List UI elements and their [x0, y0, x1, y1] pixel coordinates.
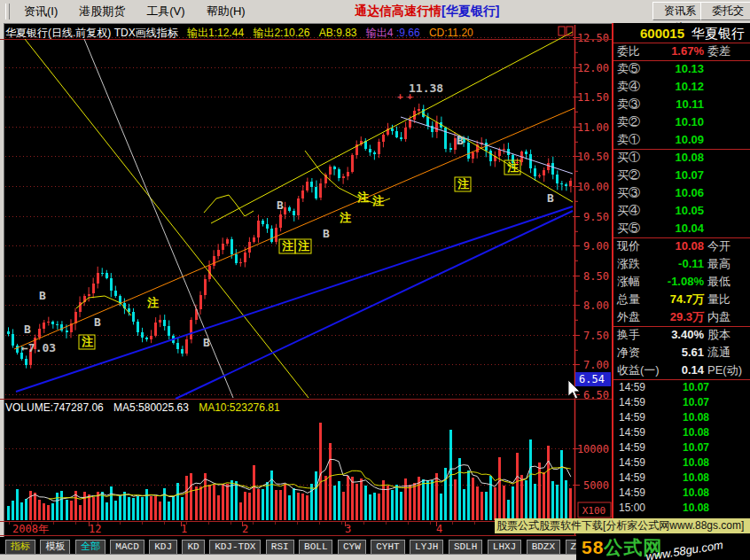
ask-row-3[interactable]: 卖③10.11 [613, 96, 750, 113]
svg-text:+: + [407, 90, 413, 102]
stat-row-nav: 净资5.61流通 [613, 344, 750, 362]
svg-text:9.50: 9.50 [583, 211, 609, 223]
stat-row-turnover: 换手3.40%股本 [613, 326, 750, 344]
bid-row-5[interactable]: 买⑤10.04 [613, 220, 750, 237]
svg-text:3: 3 [345, 523, 351, 535]
ask3-price: 10.11 [640, 96, 704, 113]
svg-text:B: B [203, 336, 210, 349]
stat-row-change: 涨跌-0.11最高 [613, 255, 750, 273]
instrument-label: 华夏银行(日线.前复权) TDX画线指标 [5, 27, 178, 39]
ask3-label: 卖③ [617, 96, 640, 113]
58gu-watermark: 58公式网 www.58gu.com [576, 533, 750, 560]
ask2-price: 10.10 [640, 113, 704, 131]
svg-text:7.50: 7.50 [583, 330, 609, 342]
bid1-label: 买① [617, 149, 640, 167]
tab-rsi[interactable]: RSI [266, 540, 294, 554]
weibi-label: 委比 [617, 43, 640, 60]
bid1-price: 10.08 [640, 149, 704, 167]
tab-template[interactable]: 模板 [40, 540, 70, 554]
ask-row-1[interactable]: 卖①10.09 [613, 131, 750, 149]
stat-row-change-pct: 涨幅-1.08%最低 [613, 273, 750, 291]
svg-text:B: B [547, 191, 554, 205]
bid-row-3[interactable]: 买③10.06 [613, 184, 750, 202]
bid5-price: 10.04 [640, 220, 704, 237]
bid2-label: 买② [617, 167, 640, 184]
svg-text:B: B [323, 227, 330, 240]
indicator-cd: CD:11.20 [429, 27, 473, 39]
bid4-price: 10.05 [640, 202, 704, 220]
bid-row-1[interactable]: 买①10.08 [613, 149, 750, 167]
bid4-label: 买④ [617, 202, 640, 220]
tick-row: 14:5910.07 [613, 395, 750, 410]
stat-row-outer: 外盘29.3万内盘 [613, 308, 750, 326]
tab-macd[interactable]: MACD [110, 540, 144, 554]
ask2-label: 卖② [617, 113, 640, 131]
indicator-out2: 输出2:10.26 [253, 27, 309, 39]
volume-ma10: MA10:523276.81 [199, 401, 279, 414]
tick-row: 14:5910.08 [613, 410, 750, 425]
tdx-app-window: 12.5012.0011.5011.0010.5010.009.509.008.… [0, 0, 750, 560]
ask1-price: 10.09 [640, 131, 704, 149]
ask-row-2[interactable]: 卖②10.10 [613, 113, 750, 131]
chart-header: 华夏银行(日线.前复权) TDX画线指标 输出1:12.44 输出2:10.26… [5, 26, 480, 38]
tab-cyht[interactable]: CYHT [371, 540, 404, 554]
svg-text:11.38: 11.38 [409, 82, 443, 95]
bid-row-2[interactable]: 买②10.07 [613, 167, 750, 184]
ask4-price: 10.12 [640, 78, 704, 96]
tick-row: 15:0010.08 [613, 501, 750, 516]
svg-text:7.00: 7.00 [583, 359, 609, 371]
svg-text:B: B [94, 315, 101, 329]
svg-text:B: B [277, 198, 284, 212]
tab-kd[interactable]: KD [182, 540, 204, 554]
ask-row-4[interactable]: 卖④10.12 [613, 78, 750, 96]
svg-text:11.00: 11.00 [577, 121, 609, 134]
svg-text:8.00: 8.00 [583, 299, 609, 312]
tick-row: 14:5910.07 [613, 380, 750, 395]
svg-text:←7.03: ←7.03 [21, 341, 56, 354]
svg-text:2: 2 [242, 523, 248, 535]
stat-row-price: 现价10.08今开 [613, 237, 750, 255]
svg-text:1: 1 [181, 523, 187, 535]
svg-text:注: 注 [282, 239, 294, 253]
tab-kdj[interactable]: KDJ [149, 540, 177, 554]
svg-text:10.50: 10.50 [577, 151, 609, 163]
stat-row-eps: 收益(一)0.14PE(动) [613, 362, 750, 379]
svg-text:+: + [397, 90, 403, 102]
ad-banner[interactable]: 股票公式股票软件下载[分析家公式网www.88gs.com] [495, 518, 750, 533]
stock-code: 600015 [640, 26, 684, 41]
tab-sdlh[interactable]: SDLH [449, 540, 482, 554]
tick-row: 14:5910.08 [613, 486, 750, 501]
svg-text:X100: X100 [582, 505, 606, 517]
volume-header: VOLUME:747287.06 MA5:580025.63 MA10:5232… [5, 401, 280, 414]
bid3-price: 10.06 [640, 184, 704, 202]
ask-row-5[interactable]: 卖⑤10.13 [613, 60, 750, 78]
tick-row: 14:5910.07 [613, 440, 750, 455]
ask1-label: 卖① [617, 131, 640, 149]
svg-text:12: 12 [89, 523, 101, 535]
tab-lyjh[interactable]: LYJH [410, 540, 443, 554]
tick-row: 14:5910.08 [613, 455, 750, 471]
tab-kdj-tdx[interactable]: KDJ-TDX [209, 540, 261, 554]
svg-text:10000: 10000 [577, 443, 609, 455]
svg-text:注: 注 [372, 194, 385, 207]
svg-text:B: B [39, 289, 46, 302]
volume-ma5: MA5:580025.63 [113, 401, 189, 414]
tab-lhxj[interactable]: LHXJ [488, 540, 521, 554]
bid-row-4[interactable]: 买④10.05 [613, 202, 750, 220]
svg-text:注: 注 [147, 296, 160, 309]
tab-cyw[interactable]: CYW [338, 540, 366, 554]
svg-text:B: B [24, 323, 31, 336]
tab-bdzx[interactable]: BDZX [527, 540, 560, 554]
tick-row: 14:5910.08 [613, 425, 750, 440]
indicator-out4-value: :9.66 [396, 27, 420, 39]
tick-row: 14:5910.08 [613, 471, 750, 486]
svg-text:12.00: 12.00 [577, 62, 609, 74]
stat-row-volume: 总量74.7万量比 [613, 291, 750, 308]
ask5-price: 10.13 [640, 60, 704, 78]
tab-boll[interactable]: BOLL [299, 540, 332, 554]
tab-all[interactable]: 全部 [75, 540, 105, 554]
tab-indicator[interactable]: 指标 [5, 540, 35, 554]
quote-panel: 600015 华夏银行 委比 1.67% 委差 卖⑤10.13 卖④10.12 … [612, 23, 750, 537]
svg-text:4: 4 [436, 523, 442, 535]
bid5-label: 买⑤ [617, 220, 640, 237]
